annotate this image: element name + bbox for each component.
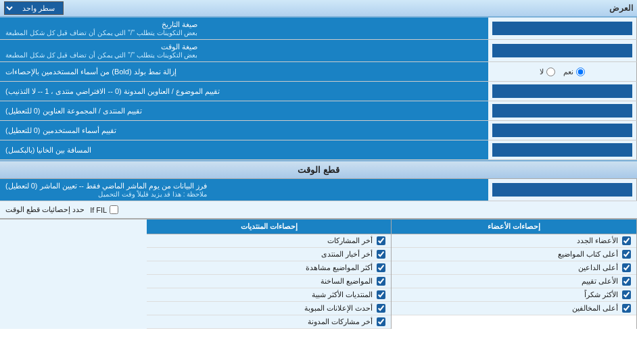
remove-bold-row: نعم لا إزالة نمط بولد (Bold) من أسماء ال…: [0, 62, 637, 82]
checkbox-top-rated[interactable]: [622, 277, 631, 286]
radio-yes[interactable]: [576, 68, 585, 76]
date-format-input-container: d-m: [488, 18, 637, 39]
fetch-label: فرز البيانات من يوم الماشر الماضي فقط --…: [0, 179, 488, 201]
date-format-label: صيغة التاريخ بعض التكوينات يتطلب "/" الت…: [0, 18, 488, 39]
sort-users-row: 0 تقييم أسماء المستخدمين (0 للتعطيل): [0, 121, 637, 140]
remove-bold-label: إزالة نمط بولد (Bold) من أسماء المستخدمي…: [0, 62, 488, 81]
sort-forum-label: تقييم المنتدى / المجموعة العناوين (0 للت…: [0, 101, 488, 120]
stats-item-most-viewed: أكثر المواضيع مشاهدة: [147, 261, 392, 275]
time-format-label: صيغة الوقت بعض التكوينات يتطلب "/" التي …: [0, 40, 488, 61]
time-format-row: H:i صيغة الوقت بعض التكوينات يتطلب "/" ا…: [0, 40, 637, 62]
sort-topics-row: 33 تقييم الموضوع / العناوين المدونة (0 -…: [0, 82, 637, 101]
stats-item-latest-classifieds: أحدث الإعلانات المبوبة: [147, 302, 392, 315]
date-format-input[interactable]: d-m: [492, 22, 632, 35]
sort-forum-row: 33 تقييم المنتدى / المجموعة العناوين (0 …: [0, 101, 637, 121]
checkbox-top-inviters[interactable]: [622, 263, 631, 272]
fetch-row: 0 فرز البيانات من يوم الماشر الماضي فقط …: [0, 179, 637, 201]
radio-no-label[interactable]: لا: [540, 68, 555, 76]
checkbox-most-thanks[interactable]: [622, 290, 631, 299]
stats-item-top-writers: أعلى كتاب المواضيع: [392, 248, 636, 261]
display-select[interactable]: سطر واحدسطرينثلاثة أسطر: [4, 1, 64, 15]
time-format-input-container: H:i: [488, 40, 637, 61]
stats-item-hot-topics: المواضيع الساخنة: [147, 275, 392, 288]
remove-bold-radio-container: نعم لا: [488, 62, 637, 81]
stats-item-top-rated: الأعلى تقييم: [392, 275, 636, 288]
checkbox-latest-classifieds[interactable]: [377, 304, 385, 313]
header-title: العرض: [609, 3, 633, 13]
sort-users-input-container: 0: [488, 121, 637, 140]
checkbox-hot-topics[interactable]: [377, 277, 385, 286]
sort-topics-label: تقييم الموضوع / العناوين المدونة (0 -- ا…: [0, 82, 488, 101]
distance-row: 2 المسافة بين الخانيا (بالبكسل): [0, 140, 637, 160]
sort-users-label: تقييم أسماء المستخدمين (0 للتعطيل): [0, 121, 488, 140]
date-format-row: d-m صيغة التاريخ بعض التكوينات يتطلب "/"…: [0, 18, 637, 40]
stats-item-last-news: أخر أخبار المنتدى: [147, 248, 392, 261]
stats-col-members-header: إحصاءات الأعضاء: [392, 219, 636, 234]
checkbox-top-violators[interactable]: [622, 304, 631, 313]
stats-item-most-thanks: الأكثر شكراً: [392, 288, 636, 302]
fetch-input[interactable]: 0: [492, 183, 632, 197]
stats-col-forums-header: إحصاءات المنتديات: [147, 219, 392, 234]
distance-input-container: 2: [488, 140, 637, 159]
limit-label: حدد إحصائيات قطع الوقت: [5, 205, 85, 214]
fetch-input-container: 0: [488, 179, 637, 201]
stats-section: إحصاءات الأعضاء الأعضاء الجدد أعلى كتاب …: [0, 219, 637, 329]
time-format-input[interactable]: H:i: [492, 44, 632, 57]
limit-checkbox[interactable]: [110, 205, 118, 214]
distance-input[interactable]: 2: [492, 143, 632, 157]
stats-item-new-members: الأعضاء الجدد: [392, 234, 636, 248]
sort-topics-input-container: 33: [488, 82, 637, 101]
main-container: العرض سطر واحدسطرينثلاثة أسطر d-m صيغة ا…: [0, 0, 637, 329]
radio-yes-label[interactable]: نعم: [563, 68, 585, 76]
stats-col-forums: إحصاءات المنتديات أخر المشاركات أخر أخبا…: [147, 219, 392, 329]
stats-col-empty: [0, 219, 147, 329]
header-row: العرض سطر واحدسطرينثلاثة أسطر: [0, 0, 637, 18]
sort-forum-input-container: 33: [488, 101, 637, 120]
realtime-section-header: قطع الوقت: [0, 160, 637, 179]
radio-no[interactable]: [546, 68, 555, 76]
checkbox-last-posts[interactable]: [377, 236, 385, 245]
stats-item-top-inviters: أعلى الداعين: [392, 261, 636, 275]
sort-forum-input[interactable]: 33: [492, 104, 632, 118]
sort-topics-input[interactable]: 33: [492, 84, 632, 98]
limit-checkbox-label[interactable]: If FIL: [90, 205, 118, 214]
stats-item-last-blog-posts: أخر مشاركات المدونة: [147, 315, 392, 329]
checkbox-top-writers[interactable]: [622, 250, 631, 259]
checkbox-new-members[interactable]: [622, 236, 631, 245]
limit-row: If FIL حدد إحصائيات قطع الوقت: [0, 201, 637, 219]
checkbox-last-blog-posts[interactable]: [377, 317, 385, 326]
stats-item-top-violators: أعلى المخالفين: [392, 302, 636, 315]
stats-item-last-posts: أخر المشاركات: [147, 234, 392, 248]
limit-checkbox-text: If FIL: [90, 206, 107, 214]
distance-label: المسافة بين الخانيا (بالبكسل): [0, 140, 488, 159]
checkbox-last-news[interactable]: [377, 250, 385, 259]
stats-item-most-similar-forums: المنتديات الأكثر شبية: [147, 288, 392, 302]
checkbox-most-viewed[interactable]: [377, 263, 385, 272]
stats-col-members: إحصاءات الأعضاء الأعضاء الجدد أعلى كتاب …: [392, 219, 637, 329]
sort-users-input[interactable]: 0: [492, 124, 632, 137]
checkbox-most-similar-forums[interactable]: [377, 290, 385, 299]
